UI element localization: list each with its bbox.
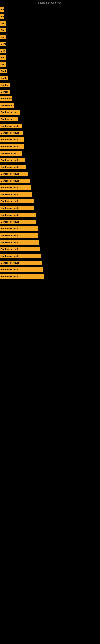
bar-row-34: Bottleneck result — [0, 239, 100, 246]
bar-32: Bottleneck result — [0, 226, 38, 231]
bar-label-3: Bott — [1, 29, 5, 32]
bar-14: Bottleneck r — [0, 103, 14, 108]
bar-label-17: Bottleneck result — [1, 125, 19, 127]
bar-10: Bottle — [0, 76, 8, 80]
bar-row-7: Bott — [0, 54, 100, 61]
bar-label-26: Bottleneck result — [1, 186, 19, 189]
bar-row-33: Bottleneck result — [0, 232, 100, 239]
bar-1: Bo — [0, 14, 4, 19]
bar-label-25: Bottleneck result — [1, 180, 19, 182]
bar-row-17: Bottleneck result — [0, 122, 100, 130]
bar-21: Bottleneck resu — [0, 151, 22, 156]
bar-row-32: Bottleneck result — [0, 225, 100, 232]
bar-row-14: Bottleneck r — [0, 102, 100, 109]
bar-row-16: Bottleneck re — [0, 116, 100, 122]
bar-row-1: Bo — [0, 13, 100, 20]
site-title: TheBottlenecker.com — [0, 0, 100, 6]
bar-label-16: Bottleneck re — [1, 118, 15, 120]
bar-row-38: Bottleneck result — [0, 266, 100, 273]
bar-16: Bottleneck re — [0, 117, 18, 121]
bar-label-15: Bottleneck resu — [1, 111, 17, 114]
bar-row-30: Bottleneck result — [0, 212, 100, 218]
bar-2: Bott — [0, 21, 6, 26]
bar-label-39: Bottleneck result — [1, 275, 19, 278]
bar-label-19: Bottleneck result — [1, 138, 19, 141]
bar-36: Bottleneck result — [0, 254, 41, 258]
bar-row-28: Bottleneck result — [0, 198, 100, 205]
bar-row-22: Bottleneck result — [0, 157, 100, 164]
bar-label-27: Bottleneck result — [1, 193, 19, 196]
bar-label-2: Bott — [1, 22, 5, 24]
bar-20: Bottleneck result — [0, 144, 24, 149]
bar-row-37: Bottleneck result — [0, 260, 100, 266]
bar-label-32: Bottleneck result — [1, 228, 19, 230]
bar-row-5: Bottl — [0, 40, 100, 47]
bar-33: Bottleneck result — [0, 233, 38, 238]
bar-row-0: Bo — [0, 6, 100, 13]
bar-4: Bott — [0, 35, 6, 39]
bar-row-20: Bottleneck result — [0, 143, 100, 150]
bar-label-23: Bottleneck result — [1, 166, 19, 168]
bar-label-11: Bottlen — [1, 84, 8, 86]
bar-label-33: Bottleneck result — [1, 234, 19, 237]
bar-9: Bottl — [0, 69, 7, 74]
bar-27: Bottleneck result — [0, 192, 32, 196]
bar-row-8: Bott — [0, 61, 100, 68]
bar-label-31: Bottleneck result — [1, 220, 19, 223]
bar-label-12: Bottler — [1, 90, 8, 93]
bar-39: Bottleneck result — [0, 274, 44, 279]
bar-row-29: Bottleneck result — [0, 205, 100, 212]
bar-29: Bottleneck result — [0, 206, 34, 210]
bar-label-35: Bottleneck result — [1, 248, 19, 250]
bar-7: Bott — [0, 55, 6, 60]
bars-container: BoBoBottBottBottBottlBottBottBottBottlBo… — [0, 6, 100, 280]
bar-label-13: Botttleneck — [1, 98, 12, 100]
bar-row-35: Bottleneck result — [0, 246, 100, 252]
bar-row-13: Botttleneck — [0, 95, 100, 102]
bar-label-37: Bottleneck result — [1, 262, 19, 264]
bar-label-21: Bottleneck resu — [1, 152, 17, 154]
bar-31: Bottleneck result — [0, 220, 36, 224]
bar-label-36: Bottleneck result — [1, 255, 19, 257]
bar-row-18: Bottleneck result — [0, 130, 100, 136]
bar-row-27: Bottleneck result — [0, 191, 100, 198]
bar-22: Bottleneck result — [0, 158, 25, 162]
bar-label-28: Bottleneck result — [1, 200, 19, 202]
bar-row-21: Bottleneck resu — [0, 150, 100, 157]
bar-5: Bottl — [0, 42, 6, 46]
bar-35: Bottleneck result — [0, 247, 40, 251]
bar-label-5: Bottl — [1, 43, 6, 45]
bar-label-1: Bo — [1, 15, 4, 18]
bar-0: Bo — [0, 8, 4, 12]
bar-row-36: Bottleneck result — [0, 252, 100, 260]
bar-row-19: Bottleneck result — [0, 136, 100, 143]
bar-13: Botttleneck — [0, 96, 12, 101]
bar-row-12: Bottler — [0, 88, 100, 95]
bar-row-11: Bottlen — [0, 82, 100, 88]
bar-38: Bottleneck result — [0, 268, 43, 272]
bar-label-9: Bottl — [1, 70, 6, 72]
bar-label-38: Bottleneck result — [1, 268, 19, 271]
bar-label-30: Bottleneck result — [1, 214, 19, 216]
bar-row-6: Bott — [0, 47, 100, 54]
bar-row-26: Bottleneck result — [0, 184, 100, 191]
bar-34: Bottleneck result — [0, 240, 39, 244]
bar-label-4: Bott — [1, 36, 5, 38]
bar-row-15: Bottleneck resu — [0, 109, 100, 116]
bar-label-0: Bo — [1, 8, 4, 11]
bar-18: Bottleneck result — [0, 130, 23, 135]
bar-6: Bott — [0, 48, 6, 53]
bar-row-10: Bottle — [0, 75, 100, 82]
bar-3: Bott — [0, 28, 6, 32]
bar-24: Bottleneck result — [0, 172, 28, 176]
bar-label-24: Bottleneck result — [1, 173, 19, 175]
bar-37: Bottleneck result — [0, 260, 42, 265]
bar-23: Bottleneck result — [0, 165, 26, 169]
bar-label-20: Bottleneck result — [1, 145, 19, 148]
bar-label-14: Bottleneck r — [1, 104, 14, 107]
bar-label-10: Bottle — [1, 77, 7, 79]
bar-26: Bottleneck result — [0, 185, 31, 190]
bar-label-22: Bottleneck result — [1, 159, 19, 162]
bar-row-4: Bott — [0, 34, 100, 40]
bar-28: Bottleneck result — [0, 199, 34, 204]
